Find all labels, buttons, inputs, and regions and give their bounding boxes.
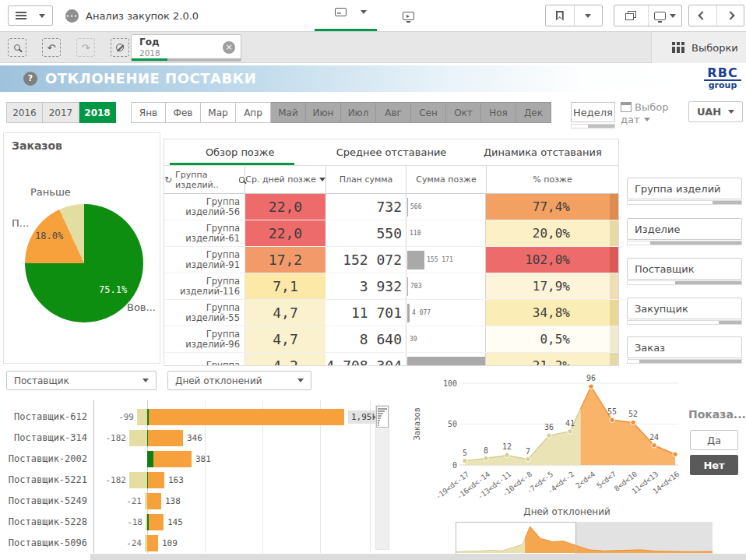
filter-listbox-scrollbar[interactable]	[627, 320, 742, 325]
month-button-Янв[interactable]: Янв	[131, 102, 166, 123]
pct-late-value: 17,9%	[533, 279, 570, 294]
table-row[interactable]: Группаизделий-1167,13 93270317,9%	[164, 273, 618, 300]
svg-text:8<d<10: 8<d<10	[612, 470, 639, 493]
bar-chart-minimap-scrollbar[interactable]	[375, 405, 389, 550]
show-no-button[interactable]: Нет	[690, 455, 738, 475]
orders-pie-chart[interactable]	[25, 204, 143, 322]
table-tab[interactable]: Среднее отставание	[315, 139, 466, 165]
presentation-mode-button[interactable]: ▸	[403, 9, 414, 23]
filter-listbox-5[interactable]: Заказ	[627, 336, 742, 358]
col-header-pct-late[interactable]: % позже	[486, 166, 618, 193]
table-tab[interactable]: Обзор позже	[164, 139, 315, 165]
late-sum-bar	[407, 251, 424, 269]
month-button-Июн[interactable]: Июн	[306, 102, 341, 123]
app-options-icon[interactable]: •••	[65, 9, 79, 23]
bar-row[interactable]: Поставщик-5221-182163	[6, 470, 374, 491]
prev-sheet-button[interactable]	[689, 5, 716, 26]
product-group-line1: Группа	[206, 276, 240, 287]
bookmark-dropdown-button[interactable]	[574, 5, 603, 26]
horizontal-scrollbar[interactable]	[90, 554, 746, 560]
table-row[interactable]: Группаизделий-5622,073256677,4%	[164, 194, 618, 220]
dimension-select[interactable]: Поставщик	[6, 371, 157, 390]
month-button-Окт[interactable]: Окт	[446, 102, 481, 123]
late-overview-table-panel: Обзор позжеСреднее отставаниеДинамика от…	[164, 139, 619, 366]
month-button-Мар[interactable]: Мар	[201, 102, 236, 123]
col-header-late-sum[interactable]: Сумма позже	[406, 166, 486, 193]
currency-select[interactable]: UAH	[688, 101, 743, 122]
year-filter-group: 201620172018	[6, 102, 116, 123]
clear-selections-button[interactable]	[111, 38, 129, 57]
week-filter[interactable]: Неделя	[571, 102, 615, 122]
hamburger-icon	[16, 12, 26, 19]
sheet-list-button[interactable]	[648, 5, 682, 26]
close-icon[interactable]: ×	[223, 41, 235, 54]
duplicate-icon	[625, 11, 636, 20]
year-button-2017[interactable]: 2017	[43, 102, 79, 123]
month-button-Авг[interactable]: Авг	[376, 102, 411, 123]
deviation-days-range-brush[interactable]	[456, 522, 713, 555]
month-button-Июл[interactable]: Июл	[341, 102, 376, 123]
month-button-Сен[interactable]: Сен	[411, 102, 446, 123]
filter-listbox-scrollbar[interactable]	[627, 280, 742, 285]
bookmark-button[interactable]	[546, 5, 574, 26]
filter-listbox-scrollbar[interactable]	[627, 241, 742, 245]
selections-tool-button[interactable]: Выборки	[651, 32, 746, 63]
supplier-deviation-bar-chart[interactable]: Поставщик-612-991,95kПоставщик-314-18234…	[6, 399, 374, 555]
svg-text:-4<d<-2: -4<d<-2	[546, 470, 575, 495]
mini-chart-svg[interactable]	[456, 522, 713, 555]
bar-row[interactable]: Поставщик-612-991,95k	[6, 407, 374, 428]
table-row[interactable]: Группаизделий-964,78 640390,5%	[164, 326, 618, 353]
show-yes-button[interactable]: Да	[690, 430, 738, 450]
filter-listbox-scrollbar[interactable]	[627, 359, 742, 364]
col-header-avg-days-late[interactable]: Ср. дней позже	[245, 166, 325, 193]
avg-days-late-cell: 17,2	[245, 247, 325, 273]
filter-listbox-label: Заказ	[635, 342, 665, 354]
bar-row[interactable]: Поставщик-5249-21138	[6, 491, 374, 512]
search-icon[interactable]	[239, 177, 245, 183]
bar-row[interactable]: Поставщик-314-182346	[6, 428, 374, 449]
year-button-2016[interactable]: 2016	[6, 102, 43, 123]
global-menu-button[interactable]	[8, 5, 53, 26]
filter-listbox-scrollbar[interactable]	[627, 200, 742, 205]
pie-pct-ontime: 75.1%	[99, 284, 127, 295]
sheet-icon	[335, 8, 347, 16]
late-sum-bar	[407, 277, 408, 296]
sheet-selector-button[interactable]	[335, 8, 367, 16]
year-button-2018[interactable]: 2018	[79, 102, 116, 123]
selection-chip-year[interactable]: Год 2018 ×	[131, 34, 241, 62]
refresh-icon[interactable]: ↻	[164, 174, 172, 185]
month-button-Май[interactable]: Май	[271, 102, 306, 123]
filter-listbox-1[interactable]: Группа изделий	[627, 178, 742, 199]
date-picker-button[interactable]: Выбор дат	[621, 101, 668, 125]
table-tab[interactable]: Динамика отставания	[467, 139, 618, 165]
step-back-selection-button[interactable]: ↶	[42, 38, 61, 57]
month-button-Ноя[interactable]: Ноя	[481, 102, 516, 123]
bar-row[interactable]: Поставщик-2002381	[6, 449, 374, 470]
col-header-product-group[interactable]: ↻ Группа изделий..	[164, 166, 245, 193]
month-button-Фев[interactable]: Фев	[166, 102, 201, 123]
filter-listbox-3[interactable]: Поставщик	[627, 258, 742, 280]
top-toolbar: ••• Анализ закупок 2.0.0 ▸	[0, 0, 746, 32]
search-selections-button[interactable]	[8, 38, 26, 57]
bar-row[interactable]: Поставщик-5228-18145	[6, 512, 374, 533]
bar-row[interactable]: Поставщик-5096-24109	[6, 533, 374, 554]
earlier-value-label: -21	[114, 491, 142, 512]
filter-listbox-2[interactable]: Изделие	[627, 218, 742, 240]
col-header-plan-sum[interactable]: План сумма	[325, 166, 406, 193]
duplicate-sheet-button[interactable]	[614, 5, 648, 26]
next-sheet-button[interactable]	[716, 5, 744, 26]
later-bar	[148, 430, 183, 446]
table-row[interactable]: Группаизделий-554,711 7014 07734,8%	[164, 300, 618, 326]
month-button-Дек[interactable]: Дек	[516, 102, 551, 123]
table-row[interactable]: Группаизделий-9117,2152 072155 171102,0%	[164, 247, 618, 273]
month-button-Апр[interactable]: Апр	[236, 102, 271, 123]
table-row[interactable]: Группа4,24 708 30421,2%	[164, 353, 618, 366]
week-filter-scrollbar[interactable]	[571, 124, 615, 129]
step-forward-selection-button[interactable]: ↷	[76, 38, 95, 57]
table-row[interactable]: Группаизделий-6122,055011020,0%	[164, 220, 618, 247]
filter-listbox-label: Группа изделий	[635, 183, 721, 195]
filter-listbox-4[interactable]: Закупщик	[627, 298, 742, 319]
measure-select[interactable]: Дней отклонений	[167, 371, 311, 390]
area-chart-svg: 050100Заказов58127364196555224-19<d<-17-…	[409, 372, 685, 506]
help-icon[interactable]: ?	[23, 72, 37, 86]
